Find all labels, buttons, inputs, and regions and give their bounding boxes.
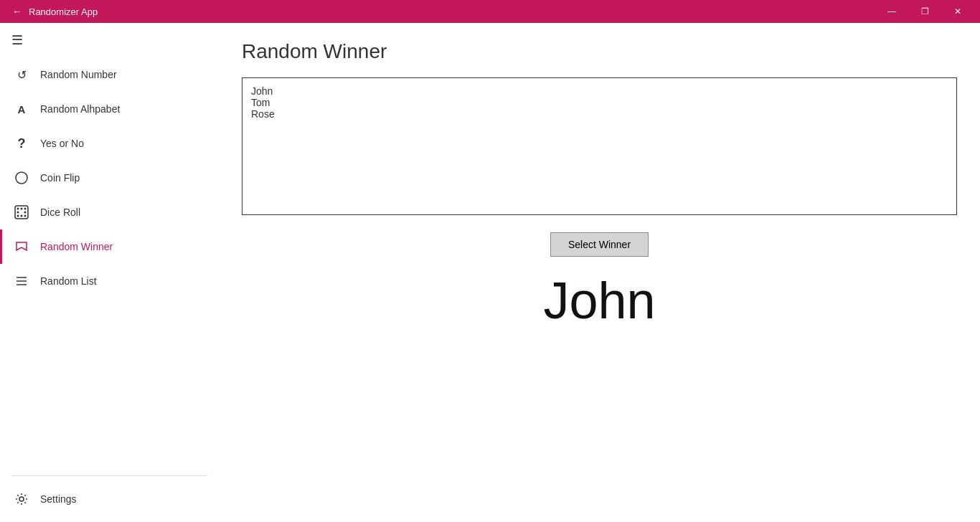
random-alphabet-icon: A: [11, 99, 32, 119]
sidebar-item-random-number[interactable]: ↺ Random Number: [0, 57, 219, 92]
close-button[interactable]: ✕: [941, 0, 974, 23]
hamburger-icon: ☰: [11, 32, 23, 48]
svg-point-5: [17, 212, 19, 214]
svg-point-2: [17, 208, 19, 210]
sidebar-item-random-winner[interactable]: Random Winner: [0, 229, 219, 264]
random-list-icon: [11, 271, 32, 291]
coin-flip-label: Coin Flip: [40, 172, 80, 184]
names-input[interactable]: John Tom Rose: [242, 77, 957, 215]
random-winner-label: Random Winner: [40, 241, 113, 252]
minimize-button[interactable]: —: [875, 0, 908, 23]
dice-roll-label: Dice Roll: [40, 207, 80, 218]
page-title: Random Winner: [242, 40, 957, 63]
sidebar-nav: ↺ Random Number A Random Alhpabet ? Yes …: [0, 57, 219, 470]
yes-or-no-icon: ?: [11, 133, 32, 153]
sidebar-footer: Settings: [0, 482, 219, 522]
hamburger-button[interactable]: ☰: [0, 23, 219, 57]
random-alphabet-label: Random Alhpabet: [40, 103, 120, 115]
winner-display: John: [242, 271, 957, 330]
sidebar-item-dice-roll[interactable]: Dice Roll: [0, 195, 219, 229]
random-number-icon: ↺: [11, 65, 32, 85]
svg-point-9: [24, 215, 27, 217]
sidebar-item-random-list[interactable]: Random List: [0, 264, 219, 298]
coin-flip-icon: [11, 168, 32, 188]
app-body: ☰ ↺ Random Number A Random Alhpabet ? Ye…: [0, 23, 980, 522]
random-winner-icon: [11, 237, 32, 257]
sidebar: ☰ ↺ Random Number A Random Alhpabet ? Ye…: [0, 23, 219, 522]
title-bar: ← Randomizer App — ❐ ✕: [0, 0, 980, 23]
settings-icon: [11, 489, 32, 509]
sidebar-item-random-alphabet[interactable]: A Random Alhpabet: [0, 92, 219, 126]
svg-point-0: [16, 172, 27, 184]
random-number-label: Random Number: [40, 69, 117, 80]
yes-or-no-label: Yes or No: [40, 138, 84, 149]
svg-point-6: [24, 212, 27, 214]
select-winner-button[interactable]: Select Winner: [550, 232, 649, 257]
svg-point-3: [21, 208, 23, 210]
svg-point-4: [24, 208, 27, 210]
random-list-label: Random List: [40, 275, 97, 287]
svg-point-7: [17, 215, 19, 217]
sidebar-item-yes-or-no[interactable]: ? Yes or No: [0, 126, 219, 161]
back-button[interactable]: ←: [6, 0, 29, 23]
sidebar-item-settings[interactable]: Settings: [0, 482, 219, 516]
svg-point-8: [21, 215, 23, 217]
window-controls: — ❐ ✕: [875, 0, 974, 23]
sidebar-item-coin-flip[interactable]: Coin Flip: [0, 161, 219, 195]
dice-roll-icon: [11, 202, 32, 222]
app-title: Randomizer App: [29, 6, 875, 17]
settings-label: Settings: [40, 493, 77, 505]
maximize-button[interactable]: ❐: [908, 0, 941, 23]
svg-point-13: [19, 497, 24, 501]
sidebar-divider: [11, 475, 207, 476]
main-content: Random Winner John Tom Rose Select Winne…: [219, 23, 980, 522]
